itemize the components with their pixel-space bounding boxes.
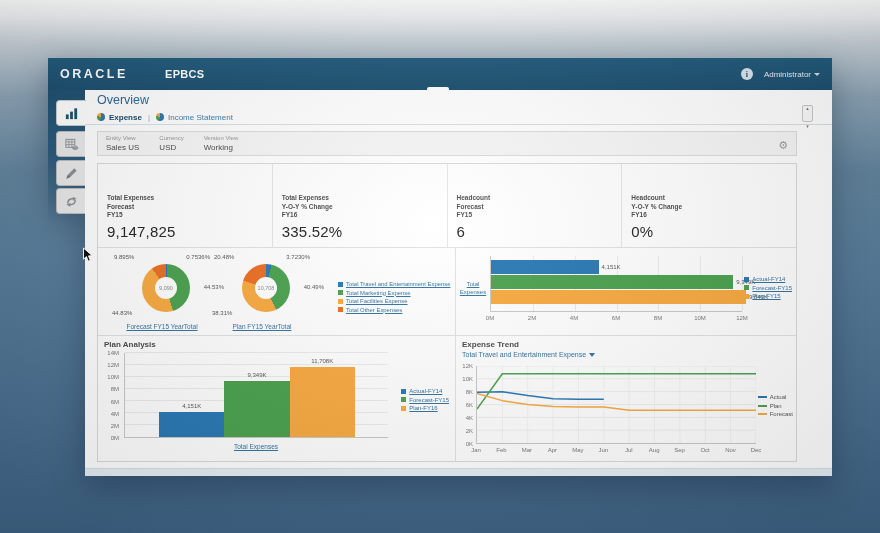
axis-tick-label: 12M — [107, 362, 119, 368]
caret-down-icon — [589, 353, 595, 357]
bar-category-link[interactable]: Total Expenses — [124, 443, 388, 450]
kpi-label: Total Expenses — [107, 194, 272, 203]
total-expenses-bar-cell: Total Expenses 4,151K9,349K9,841K 0M2M4M… — [456, 248, 796, 335]
axis-tick-label: Nov — [725, 447, 736, 453]
bar-category-link[interactable]: Total Expenses — [457, 280, 489, 296]
legend-marker — [338, 290, 343, 295]
vertical-bar-plot: 4,151K9,349K11,708K — [124, 353, 388, 438]
scroll-down-icon[interactable] — [806, 114, 809, 132]
axis-tick-label: 2M — [111, 423, 119, 429]
kpi-label: FY15 — [107, 211, 272, 220]
legend-item: Forecast — [758, 411, 793, 417]
panel-footer-strip — [85, 468, 832, 476]
legend-label[interactable]: Total Other Expenses — [346, 307, 402, 313]
scroll-up-icon[interactable] — [806, 96, 809, 114]
pov-value[interactable]: Sales US — [106, 143, 139, 153]
kpi-value: 0% — [631, 223, 796, 240]
axis-tick-label: 6K — [466, 402, 473, 408]
tab-expense[interactable]: Expense — [109, 113, 142, 122]
bar-forecast-fy15[interactable]: 9,349K — [224, 381, 289, 437]
legend-marker — [401, 397, 406, 402]
legend-marker — [758, 396, 767, 398]
sidebar-tab-dashboard[interactable] — [56, 100, 86, 126]
pie-group-plan: 10,708 Plan FY15 YearTotal 3.7230%40.49%… — [212, 248, 312, 334]
gear-icon[interactable] — [778, 135, 796, 153]
axis-tick-label: 8K — [466, 389, 473, 395]
pie-slice-percent-label: 38.31% — [212, 310, 232, 316]
user-menu[interactable]: Administrator — [764, 70, 820, 79]
axis-tick-label: 6M — [111, 399, 119, 405]
pov-bar: Entity View Sales US Currency USD Versio… — [97, 131, 797, 156]
legend-label[interactable]: Actual-FY14 — [409, 388, 442, 394]
sidebar-tab-process[interactable] — [56, 188, 86, 214]
trend-selector-label: Total Travel and Entertainment Expense — [462, 351, 586, 358]
pov-entity-view[interactable]: Entity View Sales US — [98, 135, 151, 153]
pie-slice-percent-label: 3.7230% — [286, 254, 310, 260]
legend-marker — [338, 282, 343, 287]
plan-analysis-cell: Plan Analysis 0M2M4M6M8M10M12M14M 4,151K… — [98, 336, 456, 462]
sidebar-tab-compose[interactable] — [56, 160, 86, 186]
legend-item: Total Other Expenses — [338, 307, 450, 313]
legend-item: Actual-FY14 — [744, 276, 792, 282]
pov-version-view[interactable]: Version View Working — [196, 135, 251, 153]
pie-center-value: 9,090 — [155, 277, 177, 299]
pov-value[interactable]: USD — [159, 143, 183, 153]
sidebar-tab-data[interactable] — [56, 131, 86, 157]
legend-marker — [744, 294, 749, 299]
dashboard-tabs: Expense | Income Statement — [97, 111, 233, 123]
charts-row-1: 9,090 Forecast FY15 YearTotal 0.7536%44.… — [98, 248, 796, 336]
axis-tick-label: Jun — [598, 447, 608, 453]
pov-currency[interactable]: Currency USD — [151, 135, 195, 153]
legend-label: Plan — [770, 403, 782, 409]
bar-actual-fy14[interactable]: 4,151K — [159, 412, 224, 437]
pie-link-forecast[interactable]: Forecast FY15 YearTotal — [104, 323, 220, 330]
axis-tick-label: 4M — [111, 411, 119, 417]
legend-marker — [744, 285, 749, 290]
kpi-headcount-forecast: Headcount Forecast FY15 6 — [448, 164, 623, 247]
legend-label[interactable]: Total Marketing Expense — [346, 290, 411, 296]
swap-arrows-icon — [64, 194, 79, 209]
legend-label[interactable]: Total Facilities Expense — [346, 298, 408, 304]
pie-slice-percent-label: 44.83% — [112, 310, 132, 316]
user-menu-label: Administrator — [764, 70, 811, 79]
axis-tick-label: Sep — [674, 447, 685, 453]
legend-label[interactable]: Forecast-FY15 — [752, 285, 792, 291]
axis-tick-label: 8M — [111, 386, 119, 392]
charts-row-2: Plan Analysis 0M2M4M6M8M10M12M14M 4,151K… — [98, 336, 796, 462]
kpi-label: Y-O-Y % Change — [282, 203, 447, 212]
axis-tick-label: Apr — [548, 447, 557, 453]
pie-slice-percent-label: 40.49% — [304, 284, 324, 290]
trend-member-selector[interactable]: Total Travel and Entertainment Expense — [462, 351, 595, 358]
kpi-label: FY16 — [631, 211, 796, 220]
chart-title: Plan Analysis — [104, 340, 156, 349]
scroll-spinner[interactable] — [802, 105, 813, 122]
legend-item: Plan-FY15 — [744, 293, 792, 299]
axis-tick-label: Feb — [496, 447, 506, 453]
pov-value[interactable]: Working — [204, 143, 239, 153]
pie-link-plan[interactable]: Plan FY15 YearTotal — [204, 323, 320, 330]
kpi-label: Headcount — [457, 194, 622, 203]
pie-chart-forecast[interactable]: 9,090 — [142, 264, 190, 312]
bar-forecast-fy15[interactable] — [491, 275, 733, 289]
axis-tick-label: 12M — [736, 315, 748, 321]
bar-plan-fy15[interactable] — [491, 290, 746, 304]
pie-chart-plan[interactable]: 10,708 — [242, 264, 290, 312]
axis-tick-label: 14M — [107, 350, 119, 356]
tab-separator: | — [148, 113, 150, 122]
legend-label[interactable]: Total Travel and Entertainment Expense — [346, 281, 450, 287]
pie-center-value: 10,708 — [255, 277, 277, 299]
legend-label[interactable]: Forecast-FY15 — [409, 397, 449, 403]
info-icon[interactable] — [741, 68, 753, 80]
axis-tick-label: Oct — [700, 447, 709, 453]
legend-label[interactable]: Plan-FY16 — [409, 405, 437, 411]
data-grid-icon — [64, 137, 79, 152]
legend-label[interactable]: Actual-FY14 — [752, 276, 785, 282]
bar-plan-fy16[interactable]: 11,708K — [290, 367, 355, 437]
axis-tick-label: 10M — [107, 374, 119, 380]
bar-actual-fy14[interactable] — [491, 260, 599, 274]
bar-chart-icon — [64, 106, 79, 121]
gridline — [125, 364, 388, 365]
legend-label[interactable]: Plan-FY15 — [752, 293, 780, 299]
tab-income-statement[interactable]: Income Statement — [168, 113, 233, 122]
axis-tick-label: 4K — [466, 415, 473, 421]
